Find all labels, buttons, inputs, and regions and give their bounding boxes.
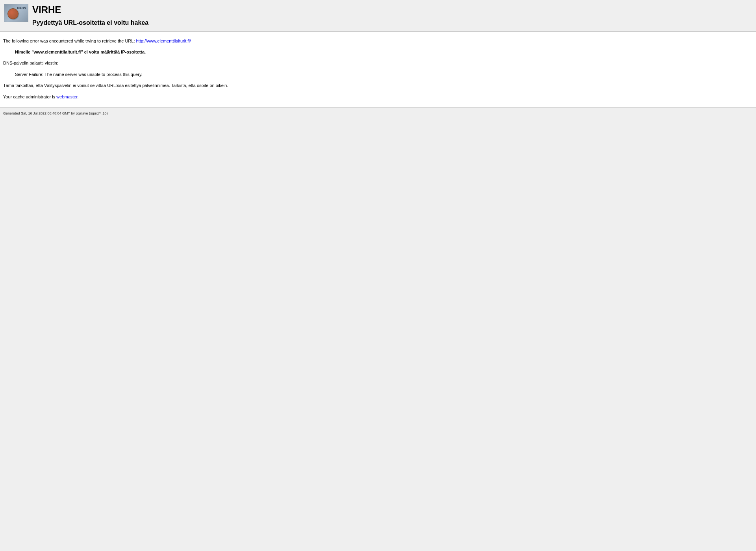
dns-server-message: Server Failure: The name server was unab… [15,72,753,78]
intro-paragraph: The following error was encountered whil… [3,38,753,44]
error-message-bold: Nimelle "www.elementtilaiturit.fi" ei vo… [15,49,753,55]
header-text-block: VIRHE Pyydettyä URL-osoitetta ei voitu h… [32,4,148,27]
error-header: VIRHE Pyydettyä URL-osoitetta ei voitu h… [0,0,756,31]
generated-timestamp: Generated Sat, 16 Jul 2022 06:48:04 GMT … [3,111,108,115]
dns-returned-label: DNS-palvelin palautti viestin: [3,60,753,66]
squid-logo-icon [4,4,28,22]
error-subtitle: Pyydettyä URL-osoitetta ei voitu hakea [32,19,148,26]
admin-prefix: Your cache administrator is [3,94,56,99]
webmaster-link[interactable]: webmaster [56,94,77,99]
error-content: The following error was encountered whil… [0,32,756,107]
admin-suffix: . [78,94,79,99]
footer: Generated Sat, 16 Jul 2022 06:48:04 GMT … [0,107,756,119]
admin-paragraph: Your cache administrator is webmaster. [3,94,753,100]
failed-url-link[interactable]: http://www.elementtilaiturit.fi/ [136,39,191,43]
error-title: VIRHE [32,5,148,15]
explanation-text: Tämä tarkoittaa, että Välityspalvelin ei… [3,83,753,89]
intro-text: The following error was encountered whil… [3,39,136,43]
